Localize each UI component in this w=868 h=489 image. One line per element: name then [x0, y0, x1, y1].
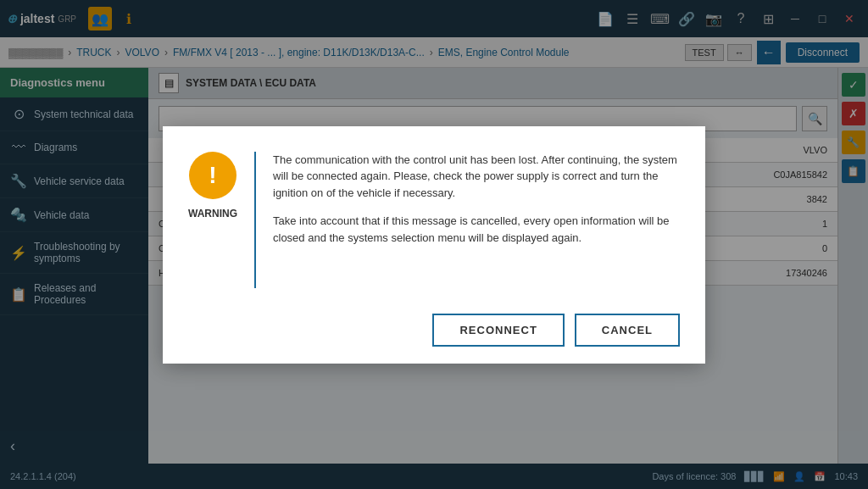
cancel-button[interactable]: CANCEL	[575, 314, 680, 347]
modal-icon-column: ! WARNING	[188, 152, 256, 288]
reconnect-button[interactable]: RECONNECT	[432, 314, 564, 347]
modal-body: ! WARNING The communication with the con…	[163, 126, 705, 305]
modal-text-1: The communication with the control unit …	[273, 152, 680, 202]
modal-text-2: Take into account that if this message i…	[273, 213, 680, 246]
warning-modal: ! WARNING The communication with the con…	[163, 126, 705, 364]
modal-text-column: The communication with the control unit …	[273, 152, 680, 288]
modal-overlay: ! WARNING The communication with the con…	[0, 0, 868, 489]
warning-label: WARNING	[188, 208, 237, 219]
warning-icon: !	[189, 152, 236, 199]
modal-footer: RECONNECT CANCEL	[163, 305, 705, 364]
